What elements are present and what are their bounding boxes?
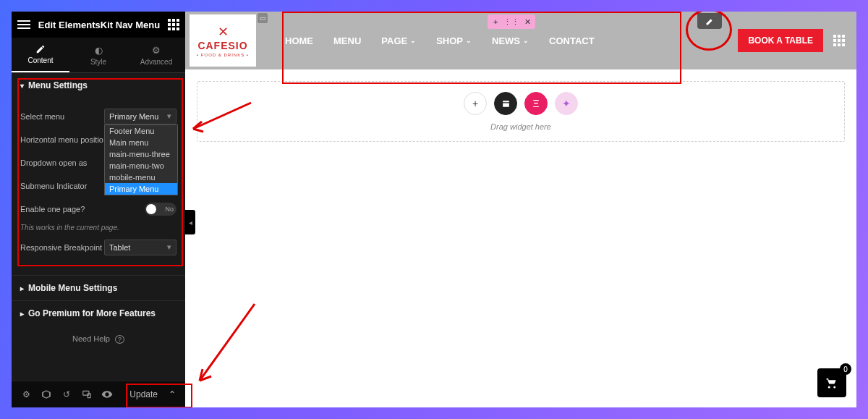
add-widget-icon[interactable]: +: [464, 92, 487, 115]
tab-label: Style: [90, 58, 106, 66]
tab-style[interactable]: ◐ Style: [69, 38, 127, 72]
nav-item-contact[interactable]: CONTACT: [549, 35, 595, 46]
sidebar-topbar: Edit ElementsKit Nav Menu: [12, 12, 185, 38]
horizontal-pos-label: Horizontal menu positio: [20, 135, 103, 144]
navigator-icon[interactable]: [38, 386, 55, 403]
menu-option[interactable]: Main menu: [105, 137, 177, 148]
nav-label: MENU: [333, 35, 361, 46]
help-icon: ?: [115, 335, 124, 344]
caret-down-icon: ▾: [20, 82, 24, 90]
need-help[interactable]: Need Help ?: [12, 326, 185, 352]
settings-icon[interactable]: ⚙: [17, 386, 35, 403]
nav-item-page[interactable]: PAGE⌄: [381, 35, 416, 46]
breakpoint-value[interactable]: Tablet: [104, 240, 176, 255]
nav-label: SHOP: [436, 35, 463, 46]
editor-title: Edit ElementsKit Nav Menu: [30, 20, 168, 30]
section-mobile-menu[interactable]: ▸ Mobile Menu Settings: [12, 275, 185, 300]
tab-label: Advanced: [140, 58, 172, 66]
style-icon: ◐: [95, 45, 103, 56]
section-menu-settings[interactable]: ▾ Menu Settings: [12, 73, 185, 98]
section-toolbar: + ⋮⋮ ✕: [488, 14, 535, 29]
menu-option[interactable]: main-menu-three: [105, 148, 177, 160]
sidebar-footer: ⚙ ↺ Update ⌃: [12, 381, 185, 407]
one-page-note: This works in the current page.: [20, 224, 176, 232]
logo-subtext: • FOOD & DRINKS •: [197, 53, 249, 57]
menu-option[interactable]: Footer Menu: [105, 125, 177, 137]
settings-panel: ▾ Menu Settings Select menu Primary Menu…: [12, 73, 185, 381]
section-premium[interactable]: ▸ Go Premium for More Features: [12, 300, 185, 326]
pencil-icon: [35, 44, 46, 54]
nav-label: CONTACT: [549, 35, 595, 46]
tab-content[interactable]: Content: [12, 38, 69, 72]
menu-settings-body: Select menu Primary Menu Footer Menu Mai…: [12, 98, 185, 266]
history-icon[interactable]: ↺: [58, 386, 75, 403]
one-page-toggle[interactable]: No: [145, 203, 176, 216]
menu-option[interactable]: main-menu-two: [105, 160, 177, 172]
breakpoint-field[interactable]: Tablet: [104, 240, 176, 255]
logo-icon: ✕: [218, 24, 229, 40]
primary-nav: HOME MENU PAGE⌄ SHOP⌄ NEWS⌄ CONTACT: [285, 35, 595, 46]
delete-section-icon[interactable]: ✕: [519, 14, 535, 29]
dropdown-open-label: Dropdown open as: [20, 158, 87, 167]
pencil-icon: [705, 17, 715, 26]
chevron-down-icon: ⌄: [410, 37, 416, 44]
nav-item-menu[interactable]: MENU: [333, 35, 361, 46]
preview-icon[interactable]: [98, 386, 116, 403]
menu-option[interactable]: mobile-menu: [105, 172, 177, 183]
nav-widget[interactable]: + ⋮⋮ ✕ HOME MENU PAGE⌄ SHOP⌄ NEWS⌄: [285, 12, 738, 69]
logo-text: CAFESIO: [197, 40, 247, 51]
nav-label: PAGE: [381, 35, 407, 46]
toggle-value: No: [165, 206, 174, 213]
editor-sidebar: Edit ElementsKit Nav Menu Content ◐ Styl…: [12, 12, 185, 407]
toggle-knob: [146, 204, 156, 214]
edit-widget-button[interactable]: [697, 13, 722, 29]
elementskit-icon[interactable]: Ξ: [524, 92, 548, 115]
empty-section[interactable]: + Ξ ✦ Drag widget here: [197, 81, 845, 142]
site-logo[interactable]: ✕ CAFESIO • FOOD & DRINKS •: [190, 14, 256, 67]
ai-icon[interactable]: ✦: [555, 92, 578, 115]
nav-label: HOME: [285, 35, 313, 46]
tab-advanced[interactable]: ⚙ Advanced: [127, 38, 185, 72]
nav-item-home[interactable]: HOME: [285, 35, 313, 46]
select-menu-field[interactable]: Primary Menu Footer Menu Main menu main-…: [104, 109, 176, 124]
chevron-down-icon: ⌄: [466, 37, 472, 44]
chevron-down-icon: ⌄: [523, 37, 529, 44]
gear-icon: ⚙: [152, 45, 161, 56]
menu-option-selected[interactable]: Primary Menu: [105, 183, 177, 195]
widgets-grid-icon[interactable]: [168, 19, 179, 30]
nav-label: NEWS: [492, 35, 520, 46]
add-section-icon[interactable]: +: [488, 14, 503, 29]
nav-item-news[interactable]: NEWS⌄: [492, 35, 529, 46]
one-page-label: Enable one page?: [20, 205, 85, 213]
submenu-indicator-label: Submenu Indicator: [20, 182, 87, 190]
header-grid-icon[interactable]: [833, 35, 845, 46]
nav-item-shop[interactable]: SHOP⌄: [436, 35, 472, 46]
drag-hint: Drag widget here: [490, 122, 551, 131]
cart-count: 0: [840, 363, 851, 375]
drag-section-icon[interactable]: ⋮⋮: [503, 14, 519, 29]
book-table-button[interactable]: BOOK A TABLE: [738, 29, 823, 52]
collapse-sidebar[interactable]: ◂: [185, 210, 195, 234]
select-menu-label: Select menu: [20, 112, 64, 121]
canvas: ✕ CAFESIO • FOOD & DRINKS • ▭ + ⋮⋮ ✕: [185, 12, 856, 407]
section-title: Mobile Menu Settings: [28, 283, 117, 293]
tab-label: Content: [27, 56, 53, 64]
site-header: ✕ CAFESIO • FOOD & DRINKS • ▭ + ⋮⋮ ✕: [185, 12, 856, 69]
section-title: Go Premium for More Features: [28, 308, 156, 318]
caret-right-icon: ▸: [20, 284, 24, 292]
update-options[interactable]: ⌃: [165, 386, 179, 403]
select-menu-value[interactable]: Primary Menu: [104, 109, 176, 124]
caret-right-icon: ▸: [20, 310, 24, 318]
select-menu-dropdown: Footer Menu Main menu main-menu-three ma…: [104, 124, 178, 195]
menu-icon[interactable]: [17, 20, 30, 29]
help-label: Need Help: [72, 334, 110, 343]
section-title: Menu Settings: [28, 80, 88, 90]
cart-icon: [825, 376, 838, 389]
update-button[interactable]: Update: [122, 385, 165, 404]
cart-button[interactable]: 0: [817, 368, 846, 397]
section-actions: + Ξ ✦: [464, 92, 578, 115]
template-icon[interactable]: [494, 92, 517, 115]
responsive-icon[interactable]: [78, 386, 95, 403]
device-badge-icon[interactable]: ▭: [258, 13, 268, 23]
breakpoint-label: Responsive Breakpoint: [20, 243, 102, 252]
